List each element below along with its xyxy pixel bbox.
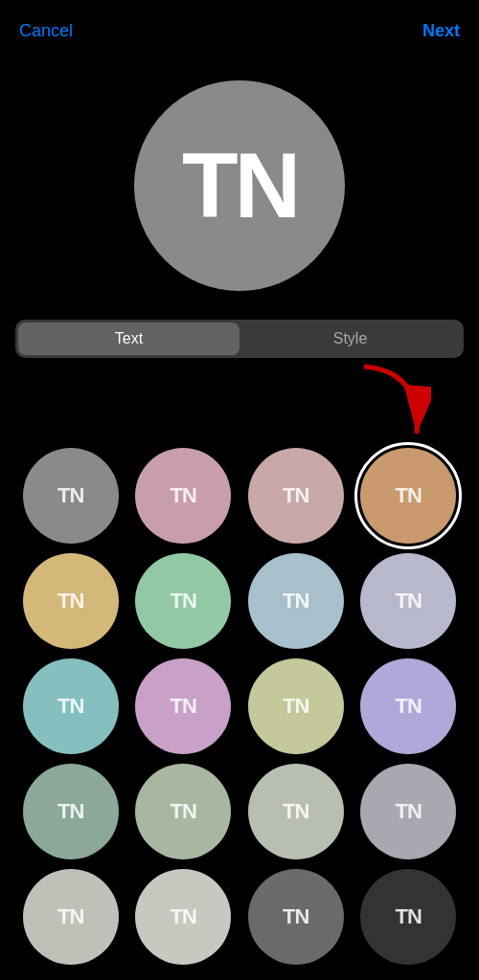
circle-initials: TN xyxy=(396,589,422,613)
color-circle-12[interactable]: TN xyxy=(360,658,456,754)
circle-initials: TN xyxy=(57,483,83,508)
circle-initials: TN xyxy=(283,799,308,824)
circle-initials: TN xyxy=(57,694,83,719)
color-circle-15[interactable]: TN xyxy=(248,764,344,859)
scroll-indicator xyxy=(0,974,479,980)
color-circle-8[interactable]: TN xyxy=(360,553,456,649)
avatar-circle: TN xyxy=(134,80,345,291)
color-circle-1[interactable]: TN xyxy=(23,448,119,544)
color-circle-11[interactable]: TN xyxy=(248,658,344,754)
avatar-section: TN xyxy=(0,61,479,320)
tab-switcher: Text Style xyxy=(15,320,464,358)
circle-initials: TN xyxy=(57,799,83,824)
color-grid: TNTNTNTNTNTNTNTNTNTNTNTNTNTNTNTNTNTNTNTN xyxy=(0,438,479,974)
color-circle-2[interactable]: TN xyxy=(135,448,231,544)
color-circle-19[interactable]: TN xyxy=(248,869,344,965)
nav-bar: Cancel Next xyxy=(0,0,479,61)
red-arrow-icon xyxy=(354,362,431,448)
color-circle-13[interactable]: TN xyxy=(23,764,119,859)
avatar-initials: TN xyxy=(182,133,297,238)
next-button[interactable]: Next xyxy=(422,21,460,41)
cancel-button[interactable]: Cancel xyxy=(19,21,73,41)
color-circle-16[interactable]: TN xyxy=(360,764,456,859)
circle-initials: TN xyxy=(57,589,83,613)
circle-initials: TN xyxy=(396,799,422,824)
circle-initials: TN xyxy=(283,904,308,929)
color-circle-5[interactable]: TN xyxy=(23,553,119,649)
color-circle-17[interactable]: TN xyxy=(23,869,119,965)
circle-initials: TN xyxy=(171,589,196,613)
color-circle-4[interactable]: TN xyxy=(360,448,456,544)
circle-initials: TN xyxy=(283,589,308,613)
circle-initials: TN xyxy=(171,799,196,824)
circle-initials: TN xyxy=(396,694,422,719)
color-circle-3[interactable]: TN xyxy=(248,448,344,544)
color-circle-9[interactable]: TN xyxy=(23,658,119,754)
color-circle-20[interactable]: TN xyxy=(360,869,456,965)
tab-text[interactable]: Text xyxy=(18,323,240,355)
circle-initials: TN xyxy=(283,483,308,508)
circle-initials: TN xyxy=(283,694,308,719)
color-circle-14[interactable]: TN xyxy=(135,764,231,859)
color-circle-6[interactable]: TN xyxy=(135,553,231,649)
arrow-container xyxy=(0,362,479,448)
circle-initials: TN xyxy=(171,483,196,508)
circle-initials: TN xyxy=(396,904,422,929)
circle-initials: TN xyxy=(171,904,196,929)
color-circle-10[interactable]: TN xyxy=(135,658,231,754)
circle-initials: TN xyxy=(171,694,196,719)
color-circle-18[interactable]: TN xyxy=(135,869,231,965)
circle-initials: TN xyxy=(57,904,83,929)
circle-initials: TN xyxy=(396,483,422,508)
tab-style[interactable]: Style xyxy=(240,323,461,355)
color-circle-7[interactable]: TN xyxy=(248,553,344,649)
